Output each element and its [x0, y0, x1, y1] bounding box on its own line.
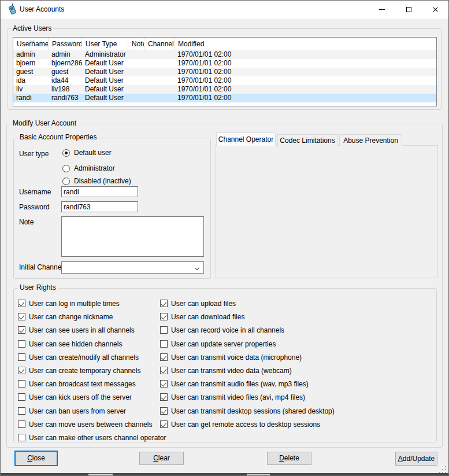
checkbox-label: User can move users between channels: [29, 421, 152, 429]
checkbox-transmit-voice[interactable]: User can transmit voice data (microphone…: [160, 353, 302, 362]
users-table: Username Password User Type Note Channel…: [13, 37, 437, 106]
checkbox-icon: [18, 367, 25, 374]
checkbox-label: User can ban users from server: [29, 408, 126, 415]
cell-username: guest: [13, 68, 49, 76]
checkbox-transmit-video[interactable]: User can transmit video data (webcam): [160, 367, 292, 375]
checkbox-icon: [18, 407, 25, 415]
checkbox-icon: [18, 313, 25, 320]
checkbox-create-modify-channels[interactable]: User can create/modify all channels: [18, 353, 139, 362]
radio-icon: [62, 165, 70, 172]
checkbox-login-multiple[interactable]: User can log in multiple times: [18, 300, 120, 308]
checkbox-label: User can upload files: [171, 300, 236, 308]
checkbox-see-hidden-channels[interactable]: User can see hidden channels: [18, 340, 122, 349]
checkbox-change-nickname[interactable]: User can change nickname: [18, 313, 113, 322]
resize-grip-icon[interactable]: [439, 466, 440, 467]
table-row-randi[interactable]: randi randi763 Default User 1970/01/01 0…: [13, 94, 436, 102]
column-header-channel[interactable]: Channel: [144, 38, 175, 50]
checkbox-label: User can log in multiple times: [29, 300, 120, 308]
radio-icon: [62, 149, 70, 157]
cell-usertype: Default User: [82, 85, 128, 94]
cell-channel: [144, 59, 175, 68]
note-field[interactable]: [61, 216, 204, 257]
background-fragment: [88, 474, 113, 475]
radio-default-user[interactable]: Default user: [62, 149, 112, 157]
cell-channel: [144, 85, 175, 94]
radio-administrator[interactable]: Administrator: [62, 164, 115, 172]
column-header-modified[interactable]: Modified: [175, 38, 436, 50]
checkbox-kick-users[interactable]: User can kick users off the server: [18, 393, 132, 402]
clear-button[interactable]: Clear: [139, 452, 184, 465]
maximize-button[interactable]: [395, 1, 422, 19]
table-row-bjoern[interactable]: bjoern bjoern286 Default User 1970/01/01…: [13, 59, 436, 68]
column-header-note[interactable]: Note: [128, 38, 144, 50]
table-row-ida[interactable]: ida ida44 Default User 1970/01/01 02:00: [13, 76, 436, 85]
checkbox-ban-users[interactable]: User can ban users from server: [18, 407, 126, 416]
checkbox-icon: [18, 326, 25, 334]
checkbox-icon: [18, 340, 25, 348]
checkbox-label: User can record voice in all channels: [171, 327, 284, 334]
checkbox-icon: [160, 353, 168, 361]
username-field[interactable]: [61, 186, 138, 197]
checkbox-icon: [160, 300, 168, 307]
checkbox-label: User can kick users off the server: [29, 394, 132, 401]
checkbox-icon: [18, 420, 25, 428]
delete-button[interactable]: Delete: [267, 452, 311, 465]
initial-channel-combobox[interactable]: [61, 261, 204, 274]
tab-abuse-prevention[interactable]: Abuse Prevention: [339, 134, 402, 146]
cell-username: liv: [13, 85, 49, 94]
checkbox-label: User can broadcast text messages: [29, 381, 136, 388]
checkbox-label: User can transmit video data (webcam): [171, 367, 292, 375]
checkbox-upload-files[interactable]: User can upload files: [160, 300, 236, 308]
checkbox-icon: [160, 326, 168, 334]
checkbox-download-files[interactable]: User can download files: [160, 313, 244, 322]
checkbox-label: User can make other users channel operat…: [29, 434, 166, 442]
table-row-guest[interactable]: guest guest Default User 1970/01/01 02:0…: [13, 68, 436, 76]
table-row-liv[interactable]: liv liv198 Default User 1970/01/01 02:00: [13, 85, 436, 94]
cell-usertype: Default User: [82, 68, 128, 76]
clear-button-label: Clear: [153, 455, 170, 462]
checkbox-transmit-audio-files[interactable]: User can transmit audio files (wav, mp3 …: [160, 380, 309, 389]
close-button[interactable]: Close: [14, 451, 58, 466]
checkbox-transmit-desktop-sessions[interactable]: User can transmit desktop sessions (shar…: [160, 407, 335, 416]
cell-modified: 1970/01/01 02:00: [175, 85, 436, 94]
cell-usertype: Default User: [82, 59, 128, 68]
cell-modified: 1970/01/01 02:00: [175, 50, 436, 59]
delete-button-label: Delete: [279, 455, 299, 462]
tab-channel-operator[interactable]: Channel Operator: [216, 132, 276, 146]
chevron-down-icon: [195, 265, 199, 270]
cell-note: [128, 50, 144, 59]
checkbox-remote-access-desktop[interactable]: User can get remote access to desktop se…: [160, 420, 320, 429]
checkbox-make-channel-operator[interactable]: User can make other users channel operat…: [18, 434, 166, 442]
checkbox-label: User can see hidden channels: [29, 341, 122, 348]
column-header-usertype[interactable]: User Type: [82, 38, 128, 50]
maximize-icon: [406, 7, 411, 12]
checkbox-label: User can transmit desktop sessions (shar…: [171, 408, 335, 415]
cell-username: ida: [13, 76, 49, 85]
cell-password: randi763: [49, 94, 82, 102]
table-row-admin[interactable]: admin admin Administrator 1970/01/01 02:…: [13, 50, 436, 59]
checkbox-move-users[interactable]: User can move users between channels: [18, 420, 152, 429]
checkbox-label: User can change nickname: [29, 313, 113, 321]
add-update-button[interactable]: Add/Update: [395, 452, 437, 466]
checkbox-see-users-all-channels[interactable]: User can see users in all channels: [18, 326, 135, 335]
cell-usertype: Default User: [82, 94, 128, 102]
radio-disabled[interactable]: Disabled (inactive): [62, 177, 131, 185]
password-field[interactable]: [61, 201, 138, 212]
column-header-username[interactable]: Username: [13, 38, 49, 50]
checkbox-label: User can transmit voice data (microphone…: [171, 354, 302, 361]
checkbox-broadcast-text-messages[interactable]: User can broadcast text messages: [18, 380, 136, 389]
minimize-button[interactable]: [369, 1, 395, 19]
column-header-password[interactable]: Password: [49, 38, 82, 50]
radio-label: Disabled (inactive): [74, 178, 131, 185]
cell-note: [128, 59, 144, 68]
checkbox-transmit-video-files[interactable]: User can transmit video files (avi, mp4 …: [160, 393, 305, 402]
checkbox-update-server-properties[interactable]: User can update server properties: [160, 340, 276, 349]
checkbox-record-voice[interactable]: User can record voice in all channels: [160, 326, 284, 335]
checkbox-icon: [160, 420, 168, 428]
checkbox-icon: [160, 340, 168, 348]
close-window-button[interactable]: [422, 1, 448, 19]
tab-codec-limitations[interactable]: Codec Limitations: [277, 134, 337, 146]
checkbox-label: User can transmit audio files (wav, mp3 …: [171, 381, 309, 388]
checkbox-create-temporary-channels[interactable]: User can create temporary channels: [18, 367, 140, 375]
user-rights-group-label: User Rights: [18, 284, 58, 291]
